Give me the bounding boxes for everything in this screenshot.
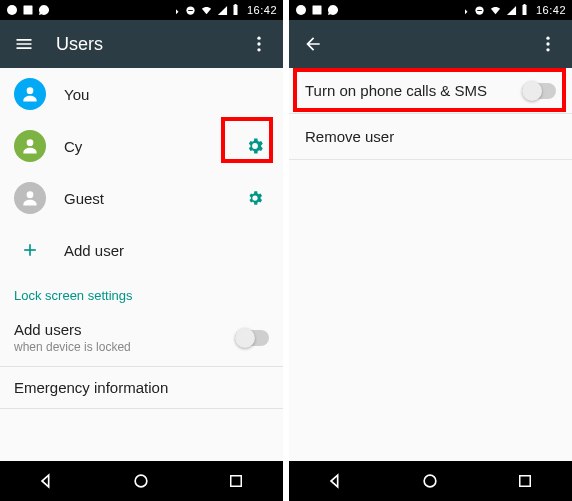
- picture-icon: [311, 4, 323, 16]
- svg-point-20: [546, 37, 549, 40]
- svg-rect-15: [313, 6, 322, 15]
- svg-rect-17: [477, 10, 482, 11]
- svg-point-8: [257, 48, 260, 51]
- toggle-switch[interactable]: [235, 330, 269, 346]
- user-row-guest[interactable]: Guest: [0, 172, 283, 224]
- svg-rect-3: [188, 10, 193, 11]
- recent-nav-icon[interactable]: [221, 466, 251, 496]
- messenger-icon: [6, 4, 18, 16]
- pref-title: Emergency information: [14, 379, 269, 396]
- overflow-menu-icon[interactable]: [247, 32, 271, 56]
- dnd-icon: [474, 5, 485, 16]
- svg-point-12: [136, 475, 148, 487]
- svg-rect-24: [520, 476, 531, 487]
- setting-phone-sms[interactable]: Turn on phone calls & SMS: [289, 68, 572, 114]
- back-arrow-icon[interactable]: [301, 32, 325, 56]
- avatar: [14, 78, 46, 110]
- content: You Cy Guest Add user: [0, 68, 283, 461]
- menu-icon[interactable]: [12, 32, 36, 56]
- setting-remove-user[interactable]: Remove user: [289, 114, 572, 160]
- whatsapp-icon: [327, 4, 339, 16]
- battery-icon: [232, 4, 239, 16]
- svg-rect-13: [231, 476, 242, 487]
- back-nav-icon[interactable]: [32, 466, 62, 496]
- user-settings-gear-icon[interactable]: [241, 184, 269, 212]
- add-user-row[interactable]: Add user: [0, 224, 283, 276]
- nav-bar: [0, 461, 283, 501]
- setting-label: Turn on phone calls & SMS: [305, 82, 522, 99]
- signal-icon: [217, 5, 228, 16]
- user-row-cy[interactable]: Cy: [0, 120, 283, 172]
- svg-point-0: [7, 5, 17, 15]
- add-user-label: Add user: [64, 242, 269, 259]
- svg-point-11: [27, 191, 34, 198]
- svg-point-6: [257, 37, 260, 40]
- user-name: You: [64, 86, 269, 103]
- appbar-title: Users: [56, 34, 103, 55]
- svg-point-7: [257, 42, 260, 45]
- svg-point-22: [546, 48, 549, 51]
- status-bar: 16:42: [289, 0, 572, 20]
- status-bar: 16:42: [0, 0, 283, 20]
- user-settings-gear-icon[interactable]: [241, 132, 269, 160]
- content: Turn on phone calls & SMS Remove user: [289, 68, 572, 461]
- user-name: Guest: [64, 190, 241, 207]
- pref-subtitle: when device is locked: [14, 340, 235, 354]
- divider: [0, 408, 283, 409]
- svg-rect-1: [24, 6, 33, 15]
- signal-icon: [506, 5, 517, 16]
- plus-icon: [14, 234, 46, 266]
- status-clock: 16:42: [536, 4, 566, 16]
- pref-add-users-locked[interactable]: Add users when device is locked: [0, 309, 283, 366]
- toggle-switch[interactable]: [522, 83, 556, 99]
- svg-rect-18: [522, 5, 526, 15]
- dnd-icon: [185, 5, 196, 16]
- svg-rect-19: [523, 4, 525, 5]
- whatsapp-icon: [38, 4, 50, 16]
- bluetooth-icon: [171, 4, 181, 16]
- setting-label: Remove user: [305, 128, 556, 145]
- svg-point-21: [546, 42, 549, 45]
- home-nav-icon[interactable]: [126, 466, 156, 496]
- home-nav-icon[interactable]: [415, 466, 445, 496]
- svg-rect-5: [234, 4, 236, 5]
- wifi-icon: [200, 5, 213, 16]
- phone-left: 16:42 Users You Cy: [0, 0, 283, 501]
- overflow-menu-icon[interactable]: [536, 32, 560, 56]
- bluetooth-icon: [460, 4, 470, 16]
- app-bar: Users: [0, 20, 283, 68]
- avatar: [14, 182, 46, 214]
- svg-point-9: [27, 87, 34, 94]
- recent-nav-icon[interactable]: [510, 466, 540, 496]
- back-nav-icon[interactable]: [321, 466, 351, 496]
- battery-icon: [521, 4, 528, 16]
- svg-point-10: [27, 139, 34, 146]
- app-bar: [289, 20, 572, 68]
- svg-point-14: [296, 5, 306, 15]
- section-lock-screen: Lock screen settings: [0, 276, 283, 309]
- messenger-icon: [295, 4, 307, 16]
- svg-rect-4: [233, 5, 237, 15]
- status-clock: 16:42: [247, 4, 277, 16]
- wifi-icon: [489, 5, 502, 16]
- pref-emergency-info[interactable]: Emergency information: [0, 367, 283, 408]
- pref-title: Add users: [14, 321, 235, 338]
- avatar: [14, 130, 46, 162]
- picture-icon: [22, 4, 34, 16]
- phone-right: 16:42 Turn on phone calls & SMS Remove u…: [289, 0, 572, 501]
- user-row-you[interactable]: You: [0, 68, 283, 120]
- nav-bar: [289, 461, 572, 501]
- svg-point-23: [425, 475, 437, 487]
- user-name: Cy: [64, 138, 241, 155]
